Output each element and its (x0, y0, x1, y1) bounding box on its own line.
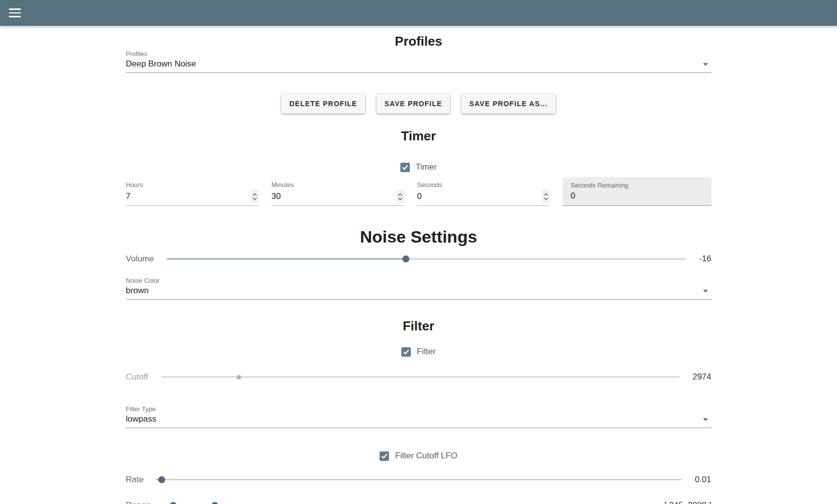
profile-buttons-row: DELETE PROFILE SAVE PROFILE SAVE PROFILE… (126, 94, 711, 114)
timer-checkbox-row: Timer (126, 162, 711, 172)
cutoff-slider-row: Cutoff 2974 (126, 370, 711, 384)
minutes-label: Minutes (271, 181, 404, 189)
profiles-select-label: Profiles (126, 50, 711, 58)
filter-checkbox-row: Filter (126, 347, 711, 357)
timer-inputs-row: Hours 7 Minutes 30 Seconds 0 (126, 177, 711, 206)
chevron-down-icon (253, 197, 257, 200)
app-bar (0, 0, 837, 26)
filter-cutoff-lfo-checkbox-label: Filter Cutoff LFO (395, 451, 457, 461)
noise-color-label: Noise Color (126, 277, 711, 285)
range-slider-thumb-high[interactable] (211, 502, 218, 504)
filter-type-value: lowpass (126, 414, 711, 425)
chevron-up-icon (544, 193, 548, 196)
rate-slider[interactable] (156, 472, 682, 487)
rate-slider-row: Rate 0.01 (126, 472, 711, 487)
volume-value: -16 (699, 254, 711, 264)
seconds-input[interactable]: 0 (417, 190, 542, 202)
check-icon (403, 349, 409, 355)
menu-icon[interactable] (9, 8, 21, 17)
range-slider[interactable] (164, 498, 651, 504)
range-label: Range (126, 501, 151, 504)
main-content: Profiles Profiles Deep Brown Noise DELET… (126, 34, 711, 504)
rate-slider-thumb[interactable] (158, 476, 165, 483)
cutoff-label: Cutoff (126, 372, 148, 382)
seconds-field[interactable]: Seconds 0 (417, 181, 550, 206)
timer-checkbox-label: Timer (416, 162, 437, 172)
chevron-up-icon (398, 193, 402, 196)
dropdown-caret-icon (703, 290, 708, 293)
filter-checkbox-label: Filter (417, 347, 436, 357)
volume-slider[interactable] (167, 252, 686, 266)
seconds-remaining-value: 0 (571, 190, 704, 201)
filter-heading: Filter (126, 318, 711, 334)
volume-slider-thumb[interactable] (402, 255, 409, 262)
seconds-stepper[interactable] (542, 190, 550, 203)
seconds-remaining-field: Seconds Remaining 0 (563, 177, 711, 206)
noise-settings-heading: Noise Settings (126, 227, 711, 247)
noise-color-select[interactable]: Noise Color brown (126, 277, 711, 300)
hours-label: Hours (126, 181, 259, 189)
hours-stepper[interactable] (251, 190, 258, 203)
timer-heading: Timer (126, 128, 711, 144)
volume-slider-row: Volume -16 (126, 252, 711, 266)
hours-field[interactable]: Hours 7 (126, 181, 259, 206)
minutes-input[interactable]: 30 (271, 190, 396, 202)
profiles-select[interactable]: Profiles Deep Brown Noise (126, 50, 711, 73)
cutoff-slider-thumb (237, 375, 241, 379)
filter-type-label: Filter Type (126, 405, 711, 413)
filter-type-select[interactable]: Filter Type lowpass (126, 405, 711, 428)
chevron-up-icon (253, 193, 257, 196)
seconds-label: Seconds (417, 181, 550, 189)
range-slider-thumb-low[interactable] (170, 502, 177, 504)
save-profile-button[interactable]: SAVE PROFILE (377, 94, 450, 114)
check-icon (402, 165, 408, 170)
filter-cutoff-lfo-checkbox-row: Filter Cutoff LFO (126, 451, 711, 461)
dropdown-caret-icon (703, 418, 708, 421)
rate-value: 0.01 (695, 475, 711, 485)
noise-color-value: brown (126, 285, 711, 296)
filter-cutoff-lfo-checkbox[interactable] (380, 451, 389, 461)
profiles-heading: Profiles (126, 34, 711, 49)
rate-label: Rate (126, 475, 144, 485)
range-value: [ 345, 2089 ] (664, 501, 711, 504)
delete-profile-button[interactable]: DELETE PROFILE (281, 94, 365, 114)
volume-label: Volume (126, 254, 154, 264)
check-icon (381, 453, 387, 459)
minutes-stepper[interactable] (396, 190, 404, 203)
chevron-down-icon (398, 197, 402, 200)
minutes-field[interactable]: Minutes 30 (271, 181, 404, 206)
profiles-select-value: Deep Brown Noise (126, 59, 711, 69)
seconds-remaining-label: Seconds Remaining (571, 182, 704, 189)
timer-checkbox[interactable] (400, 163, 410, 172)
dropdown-caret-icon (703, 63, 708, 66)
filter-checkbox[interactable] (401, 347, 411, 357)
cutoff-value: 2974 (693, 372, 711, 382)
cutoff-slider (161, 370, 680, 384)
chevron-down-icon (544, 197, 548, 200)
range-slider-row: Range [ 345, 2089 ] (126, 498, 711, 504)
hours-input[interactable]: 7 (126, 190, 251, 202)
save-profile-as-button[interactable]: SAVE PROFILE AS... (461, 94, 556, 114)
